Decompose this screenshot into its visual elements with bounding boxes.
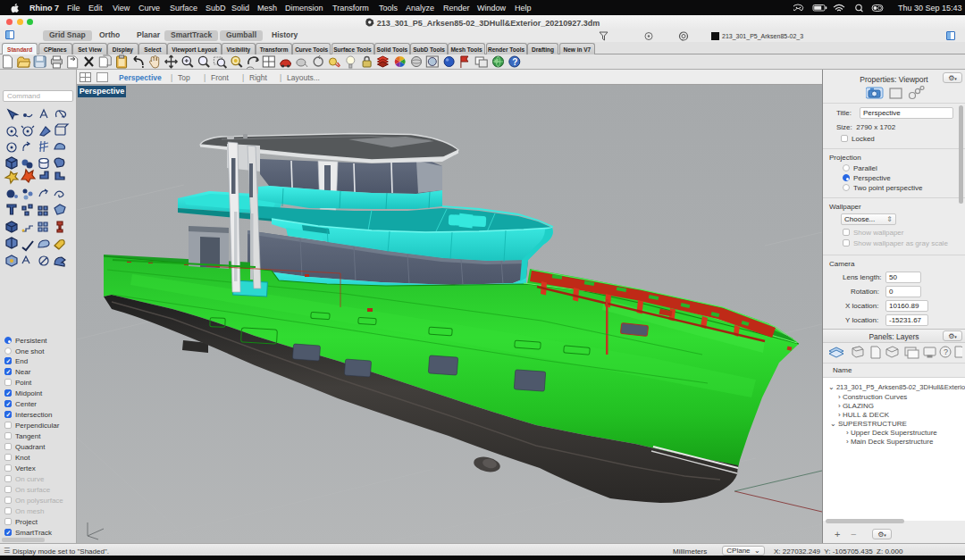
svg-text:?: ? — [944, 347, 948, 356]
svg-text:?: ? — [512, 57, 517, 67]
